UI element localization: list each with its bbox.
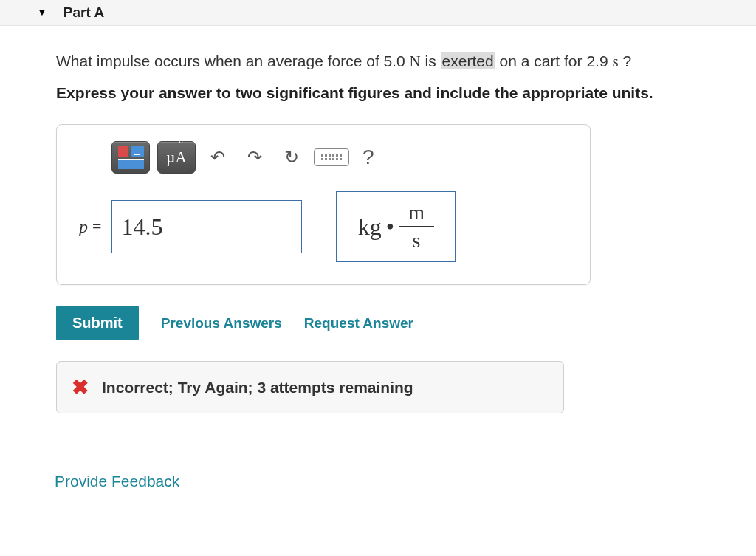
part-header[interactable]: ▼ Part A xyxy=(0,0,756,26)
keyboard-icon xyxy=(321,154,342,160)
unit-dot: • xyxy=(386,213,394,241)
answer-panel: µA ↶ ↷ ↻ ? xyxy=(56,124,591,285)
undo-button[interactable]: ↶ xyxy=(203,143,233,172)
question-text: What impulse occurs when an average forc… xyxy=(56,52,756,71)
fraction-tool-button[interactable] xyxy=(111,141,150,174)
reset-icon: ↻ xyxy=(284,147,299,168)
micro-angstrom-icon: µA xyxy=(166,148,186,167)
previous-answers-link[interactable]: Previous Answers xyxy=(161,315,282,332)
help-button[interactable]: ? xyxy=(362,145,374,169)
feedback-box: ✖ Incorrect; Try Again; 3 attempts remai… xyxy=(56,361,564,413)
unit-fraction: m s xyxy=(399,202,434,251)
fraction-icon xyxy=(118,146,144,169)
value-text: 14.5 xyxy=(121,213,162,241)
unit-kg: kg xyxy=(358,213,382,241)
action-row: Submit Previous Answers Request Answer xyxy=(56,306,756,340)
feedback-text: Incorrect; Try Again; 3 attempts remaini… xyxy=(102,379,413,397)
request-answer-link[interactable]: Request Answer xyxy=(304,315,413,332)
answer-input-row: p = 14.5 kg • m s xyxy=(70,191,577,262)
instruction-text: Express your answer to two significant f… xyxy=(56,84,756,102)
equation-toolbar: µA ↶ ↷ ↻ ? xyxy=(111,141,577,174)
reset-button[interactable]: ↻ xyxy=(277,143,306,172)
variable-label: p xyxy=(79,217,88,237)
value-input[interactable]: 14.5 xyxy=(111,200,302,253)
unit-m: m xyxy=(408,202,425,223)
incorrect-icon: ✖ xyxy=(72,375,89,399)
submit-button[interactable]: Submit xyxy=(56,306,139,340)
collapse-triangle-icon: ▼ xyxy=(37,6,47,18)
keyboard-button[interactable] xyxy=(314,148,349,166)
fraction-line xyxy=(399,226,434,227)
units-input[interactable]: kg • m s xyxy=(336,191,456,262)
redo-icon: ↷ xyxy=(247,147,262,168)
redo-button[interactable]: ↷ xyxy=(240,143,269,172)
unit-s: s xyxy=(413,230,421,251)
highlighted-word: exerted xyxy=(441,52,495,69)
equals-sign: = xyxy=(92,217,101,236)
part-title: Part A xyxy=(63,4,104,21)
units-tool-button[interactable]: µA xyxy=(157,141,196,174)
provide-feedback-link[interactable]: Provide Feedback xyxy=(55,473,179,490)
undo-icon: ↶ xyxy=(210,147,225,168)
